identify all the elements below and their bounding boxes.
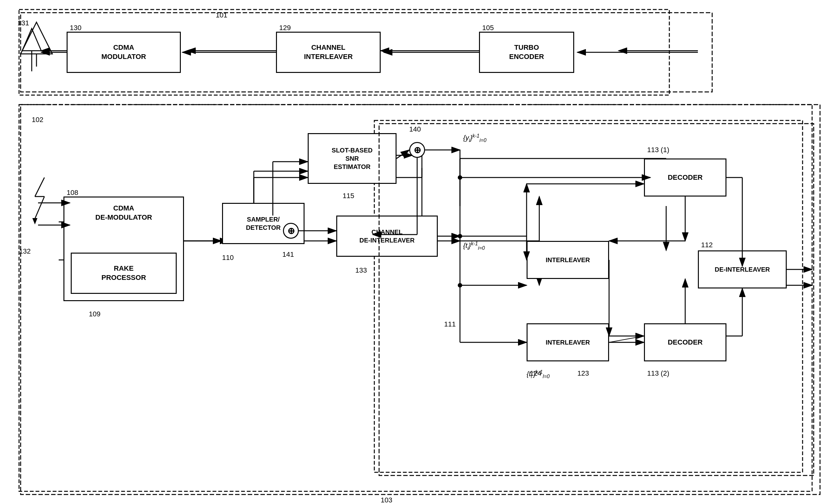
diagram-container: CDMA MODULATOR CHANNELINTERLEAVER TURBOE…	[0, 0, 827, 504]
connections-svg	[0, 0, 827, 504]
svg-line-54	[396, 150, 409, 159]
svg-rect-87	[20, 105, 820, 495]
svg-rect-88	[379, 124, 814, 475]
svg-line-85	[609, 336, 644, 342]
